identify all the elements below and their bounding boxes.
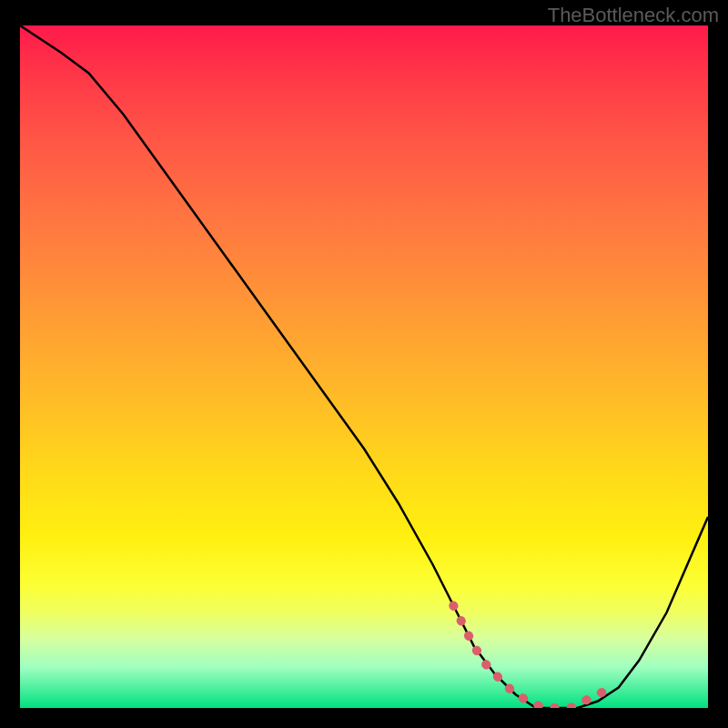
bottleneck-curve-line <box>20 25 708 708</box>
optimal-range-dots <box>453 606 612 709</box>
chart-plot-area <box>20 25 708 708</box>
chart-svg <box>20 25 708 708</box>
attribution-text: TheBottleneck.com <box>548 4 719 27</box>
